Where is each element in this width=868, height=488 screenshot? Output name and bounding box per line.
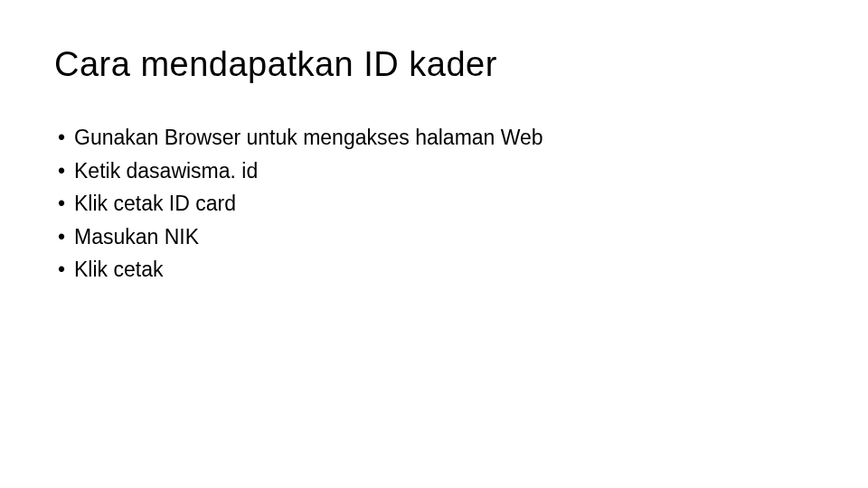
list-item: Klik cetak ID card (58, 188, 814, 220)
list-item: Klik cetak (58, 254, 814, 286)
list-item: Masukan NIK (58, 221, 814, 253)
slide-title: Cara mendapatkan ID kader (54, 45, 814, 84)
list-item: Gunakan Browser untuk mengakses halaman … (58, 122, 814, 154)
bullet-list: Gunakan Browser untuk mengakses halaman … (54, 122, 814, 286)
list-item: Ketik dasawisma. id (58, 155, 814, 187)
